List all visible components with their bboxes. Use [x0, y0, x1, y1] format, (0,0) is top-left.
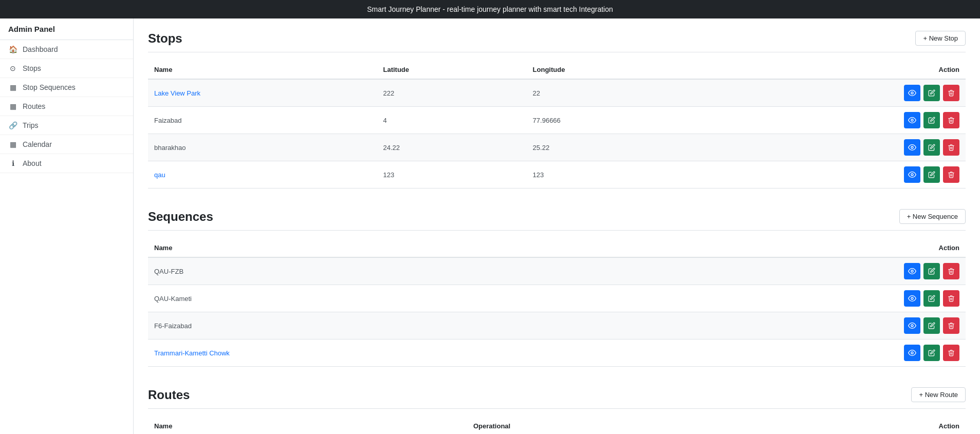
- delete-btn-stop-1[interactable]: [943, 112, 959, 128]
- edit-btn-seq-1[interactable]: [923, 290, 940, 307]
- edit-btn-stop-3[interactable]: [923, 166, 940, 183]
- action-btns-stop-2: [707, 139, 959, 156]
- stops-col-lat: Latitude: [377, 61, 526, 79]
- action-btns-seq-3: [616, 345, 959, 361]
- view-btn-stop-1[interactable]: [904, 112, 920, 128]
- sidebar-item-label-stop-sequences: Stop Sequences: [23, 83, 76, 91]
- edit-btn-seq-2[interactable]: [923, 317, 940, 334]
- stop-action-2: [701, 134, 966, 161]
- delete-btn-stop-2[interactable]: [943, 139, 959, 156]
- delete-btn-stop-0[interactable]: [943, 85, 959, 101]
- table-row: bharakhao 24.22 25.22: [148, 134, 966, 161]
- view-btn-seq-0[interactable]: [904, 263, 920, 279]
- sequences-table: Name Action QAU-FZB QAU-Kamet: [148, 239, 966, 367]
- svg-point-4: [911, 270, 913, 272]
- edit-btn-stop-2[interactable]: [923, 139, 940, 156]
- sequences-title: Sequences: [148, 210, 213, 224]
- sidebar-item-stops[interactable]: ⊙ Stops: [0, 59, 133, 78]
- stop-name-1: Faizabad: [148, 107, 377, 134]
- svg-point-1: [911, 119, 913, 121]
- view-btn-stop-0[interactable]: [904, 85, 920, 101]
- stops-table: Name Latitude Longitude Action Lake View…: [148, 61, 966, 188]
- stops-col-action: Action: [701, 61, 966, 79]
- delete-btn-stop-3[interactable]: [943, 166, 959, 183]
- stops-col-lon: Longitude: [527, 61, 701, 79]
- action-btns-seq-0: [616, 263, 959, 279]
- view-btn-seq-1[interactable]: [904, 290, 920, 307]
- new-stop-button[interactable]: + New Stop: [915, 31, 966, 46]
- sidebar-item-label-routes: Routes: [23, 102, 45, 110]
- seq-name-3: Trammari-Kametti Chowk: [148, 339, 609, 367]
- sidebar-item-stop-sequences[interactable]: ▦ Stop Sequences: [0, 78, 133, 97]
- sequences-section: Sequences + New Sequence Name Action QAU…: [148, 209, 966, 367]
- svg-point-7: [911, 352, 913, 354]
- stops-section: Stops + New Stop Name Latitude Longitude…: [148, 31, 966, 188]
- delete-btn-seq-2[interactable]: [943, 317, 959, 334]
- seq-name-1: QAU-Kameti: [148, 285, 609, 312]
- trips-icon: 🔗: [8, 121, 17, 129]
- action-btns-stop-3: [707, 166, 959, 183]
- sequences-table-header-row: Name Action: [148, 239, 966, 257]
- view-btn-seq-3[interactable]: [904, 345, 920, 361]
- svg-point-0: [911, 92, 913, 94]
- edit-btn-seq-3[interactable]: [923, 345, 940, 361]
- stops-section-header: Stops + New Stop: [148, 31, 966, 46]
- sidebar-item-label-about: About: [23, 159, 42, 167]
- stop-lat-1: 4: [377, 107, 526, 134]
- stop-lon-3: 123: [527, 161, 701, 188]
- delete-btn-seq-1[interactable]: [943, 290, 959, 307]
- edit-btn-stop-0[interactable]: [923, 85, 940, 101]
- sidebar-item-about[interactable]: ℹ About: [0, 154, 133, 173]
- sequences-section-header: Sequences + New Sequence: [148, 209, 966, 224]
- stop-sequences-icon: ▦: [8, 83, 17, 91]
- sequences-col-name: Name: [148, 239, 609, 257]
- sidebar: Admin Panel 🏠 Dashboard ⊙ Stops ▦ Stop S…: [0, 18, 134, 434]
- sidebar-item-label-calendar: Calendar: [23, 140, 52, 148]
- view-btn-stop-3[interactable]: [904, 166, 920, 183]
- table-row: Lake View Park 222 22: [148, 79, 966, 107]
- routes-title: Routes: [148, 388, 190, 402]
- calendar-icon: ▦: [8, 140, 17, 148]
- sidebar-item-dashboard[interactable]: 🏠 Dashboard: [0, 40, 133, 59]
- sidebar-item-label-stops: Stops: [23, 64, 41, 72]
- stop-lat-0: 222: [377, 79, 526, 107]
- delete-btn-seq-0[interactable]: [943, 263, 959, 279]
- action-btns-seq-2: [616, 317, 959, 334]
- table-row: F6-Faizabad: [148, 312, 966, 339]
- stop-action-1: [701, 107, 966, 134]
- dashboard-icon: 🏠: [8, 45, 17, 53]
- main-content: Stops + New Stop Name Latitude Longitude…: [134, 18, 980, 434]
- sidebar-item-trips[interactable]: 🔗 Trips: [0, 116, 133, 135]
- action-btns-seq-1: [616, 290, 959, 307]
- routes-col-operational: Operational: [467, 417, 677, 434]
- view-btn-seq-2[interactable]: [904, 317, 920, 334]
- sidebar-item-routes[interactable]: ▦ Routes: [0, 97, 133, 116]
- stop-name-2: bharakhao: [148, 134, 377, 161]
- routes-divider: [148, 408, 966, 409]
- edit-btn-seq-0[interactable]: [923, 263, 940, 279]
- svg-point-5: [911, 297, 913, 299]
- seq-action-0: [609, 257, 966, 285]
- svg-point-3: [911, 174, 913, 176]
- new-route-button[interactable]: + New Route: [911, 387, 966, 402]
- topbar-title: Smart Journey Planner - real-time journe…: [367, 5, 613, 13]
- table-row: qau 123 123: [148, 161, 966, 188]
- routes-section: Routes + New Route Name Operational Acti…: [148, 387, 966, 434]
- stop-name-0: Lake View Park: [148, 79, 377, 107]
- delete-btn-seq-3[interactable]: [943, 345, 959, 361]
- routes-table: Name Operational Action University-Faiza…: [148, 417, 966, 434]
- seq-action-1: [609, 285, 966, 312]
- stop-lat-2: 24.22: [377, 134, 526, 161]
- table-row: QAU-FZB: [148, 257, 966, 285]
- routes-section-header: Routes + New Route: [148, 387, 966, 402]
- sidebar-item-calendar[interactable]: ▦ Calendar: [0, 135, 133, 154]
- routes-col-name: Name: [148, 417, 467, 434]
- seq-action-3: [609, 339, 966, 367]
- view-btn-stop-2[interactable]: [904, 139, 920, 156]
- action-btns-stop-0: [707, 85, 959, 101]
- new-sequence-button[interactable]: + New Sequence: [899, 209, 966, 224]
- sidebar-item-label-trips: Trips: [23, 121, 39, 129]
- seq-name-0: QAU-FZB: [148, 257, 609, 285]
- edit-btn-stop-1[interactable]: [923, 112, 940, 128]
- routes-icon: ▦: [8, 102, 17, 110]
